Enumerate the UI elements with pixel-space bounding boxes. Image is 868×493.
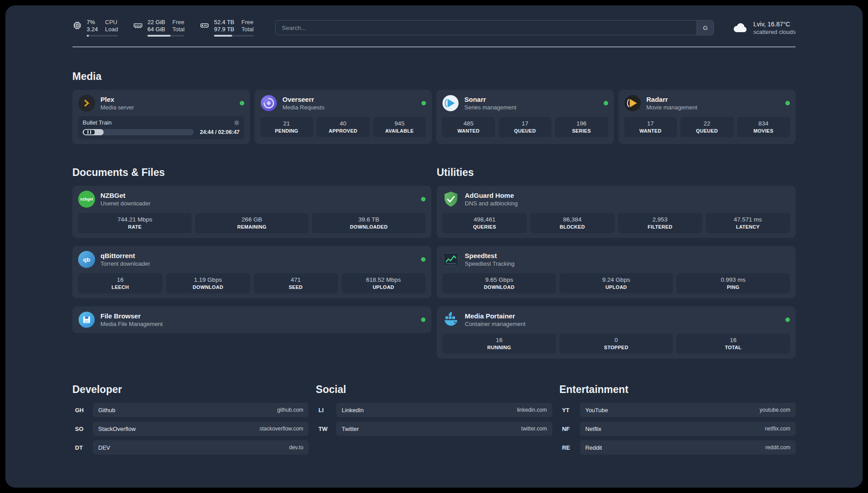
bookmark-name: Twitter (342, 426, 359, 432)
adguard-icon (442, 191, 459, 208)
search-engine-button[interactable]: G (697, 21, 714, 35)
stat-value: 1.19 Gbps (168, 276, 249, 283)
stat-value: 471 (255, 276, 336, 283)
media-grid: Plex Media server Bullet Train (72, 90, 796, 144)
stat-tile: 2,953 FILTERED (618, 213, 702, 233)
stat-value: 22 (682, 120, 732, 127)
section-title-developer: Developer (72, 384, 309, 396)
app-name: Plex (100, 96, 134, 104)
stat-label: LEECH (80, 284, 161, 290)
weather-condition: scattered clouds (753, 29, 796, 35)
stat-tile: 86,384 BLOCKED (530, 213, 615, 233)
plex-card[interactable]: Plex Media server Bullet Train (72, 90, 250, 144)
bookmark-github[interactable]: GH Github github.com (72, 403, 309, 417)
nzbget-card[interactable]: nzbget NZBGet Usenet downloader 744.21 M… (72, 186, 431, 238)
stat-value: 86,384 (532, 216, 613, 223)
sonarr-icon (442, 95, 459, 112)
stat-label: DOWNLOAD (168, 284, 249, 290)
stat-tile: 16 TOTAL (676, 334, 790, 354)
bookmark-linkedin[interactable]: LI LinkedIn linkedin.com (316, 403, 552, 417)
bookmark-stackoverflow[interactable]: SO StackOverflow stackoverflow.com (72, 422, 309, 436)
search-input[interactable] (275, 21, 697, 35)
ram-icon (133, 21, 143, 30)
app-desc: Media File Management (100, 321, 163, 327)
stat-value: 0 (561, 337, 671, 343)
bookmark-abbr: GH (72, 407, 93, 414)
bookmarks-developer: Developer GH Github github.com SO StackO… (72, 361, 309, 459)
filebrowser-card[interactable]: File Browser Media File Management (72, 306, 431, 333)
qbittorrent-icon: qb (78, 251, 95, 268)
pause-button[interactable] (84, 130, 95, 134)
status-dot (421, 101, 426, 105)
bookmark-abbr: RE (559, 444, 580, 451)
stat-value: 196 (557, 120, 606, 127)
topbar: 7% CPU 3.24 Load 22 GiB Free 64 GiB Tota… (72, 19, 796, 37)
bookmark-abbr: YT (559, 407, 580, 414)
sonarr-card[interactable]: Sonarr Series management 485 WANTED 17 Q… (436, 90, 614, 144)
stat-value: 17 (626, 120, 676, 127)
stat-tile: 16 RUNNING (442, 334, 556, 354)
stat-value: 834 (739, 120, 789, 127)
bookmark-netflix[interactable]: NF Netflix netflix.com (559, 422, 796, 436)
stat-value: 47.571 ms (708, 216, 789, 223)
bookmark-youtube[interactable]: YT YouTube youtube.com (559, 403, 796, 417)
speedtest-card[interactable]: Speedtest Speedtest Tracking 9.65 Gbps D… (437, 246, 796, 298)
radarr-card[interactable]: Radarr Movie management 17 WANTED 22 QUE… (618, 90, 796, 144)
overseerr-icon (260, 95, 277, 112)
ram-metric: 22 GiB Free 64 GiB Total (133, 19, 184, 37)
speedtest-icon (442, 251, 459, 268)
app-name: NZBGet (100, 192, 150, 200)
section-title-utilities: Utilities (437, 167, 796, 179)
stat-label: RATE (80, 224, 190, 230)
stat-label: QUEUED (501, 128, 550, 134)
app-desc: Speedtest Tracking (465, 260, 514, 267)
bookmark-reddit[interactable]: RE Reddit reddit.com (559, 440, 796, 455)
cpu-metric: 7% CPU 3.24 Load (72, 19, 118, 37)
app-name: AdGuard Home (465, 192, 518, 200)
portainer-card[interactable]: Media Portainer Container management 16 … (437, 306, 796, 359)
bookmark-name: Github (98, 407, 115, 414)
stat-label: STOPPED (561, 345, 671, 350)
bookmark-domain: netflix.com (765, 426, 790, 432)
bookmark-name: Reddit (585, 444, 602, 451)
stat-label: WANTED (444, 128, 493, 134)
app-desc: Movie management (647, 104, 697, 111)
status-dot (421, 257, 426, 262)
stat-value: 744.21 Mbps (80, 216, 190, 223)
qbittorrent-card[interactable]: qb qBittorrent Torrent downloader 16 LEE… (72, 246, 431, 298)
stat-label: DOWNLOAD (444, 284, 554, 290)
stat-tile: 266 GB REMAINING (195, 213, 309, 233)
ram-free: 22 GiB (147, 19, 165, 25)
stat-value: 16 (444, 337, 554, 343)
app-name: Media Portainer (465, 312, 526, 321)
status-dot (785, 318, 790, 322)
cpu-percent: 7% (87, 19, 98, 25)
portainer-icon (442, 311, 459, 328)
status-dot (240, 101, 244, 105)
filebrowser-icon (78, 311, 95, 328)
adguard-card[interactable]: AdGuard Home DNS and adblocking 498,461 … (437, 186, 796, 238)
now-playing-title: Bullet Train (83, 119, 112, 126)
gear-icon[interactable] (234, 120, 240, 126)
bookmark-dev[interactable]: DT DEV dev.to (72, 440, 309, 455)
stat-label: TOTAL (678, 345, 788, 350)
stat-tile: 618.52 Mbps UPLOAD (342, 273, 426, 293)
overseerr-card[interactable]: Overseerr Media Requests 21 PENDING 40 A… (255, 90, 432, 144)
bookmark-domain: dev.to (289, 444, 304, 451)
search-bar: G (275, 20, 714, 35)
app-desc: Series management (464, 104, 516, 111)
app-name: qBittorrent (100, 252, 150, 260)
section-title-entertainment: Entertainment (559, 384, 796, 396)
bookmark-twitter[interactable]: TW Twitter twitter.com (316, 422, 552, 436)
stat-tile: 0.993 ms PING (676, 273, 790, 293)
bookmarks-grid: Developer GH Github github.com SO StackO… (72, 361, 796, 459)
app-desc: Torrent downloader (100, 260, 150, 267)
stat-value: 16 (80, 276, 161, 283)
stat-value: 39.6 TB (314, 216, 424, 223)
bookmarks-social: Social LI LinkedIn linkedin.com TW Twitt… (316, 361, 552, 440)
disk-icon (200, 21, 209, 30)
stat-tile: 16 LEECH (78, 273, 163, 293)
stat-tile: 17 QUEUED (499, 117, 552, 137)
playback-progress-bar[interactable] (83, 129, 194, 135)
stat-label: PING (678, 284, 788, 290)
